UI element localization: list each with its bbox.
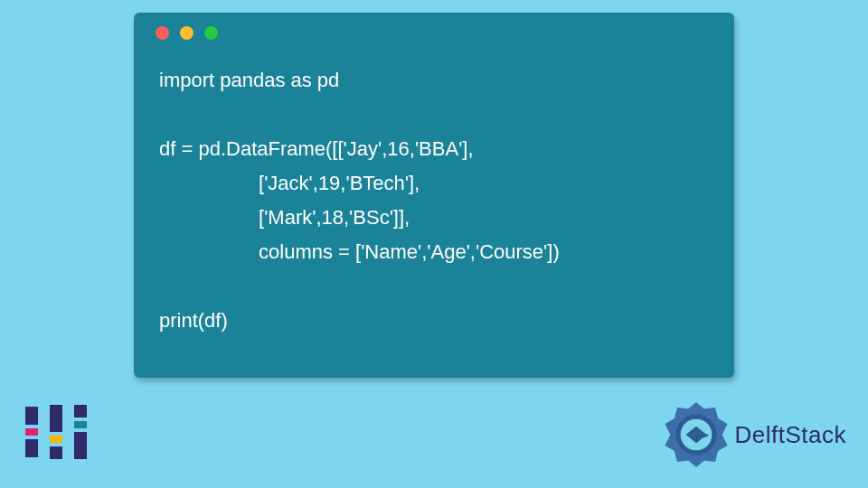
secondary-logo-icon	[25, 401, 87, 463]
code-line: print(df)	[159, 309, 228, 332]
close-icon[interactable]	[156, 26, 169, 40]
code-line: df = pd.DataFrame([['Jay',16,'BBA'],	[159, 137, 474, 160]
code-block: import pandas as pd df = pd.DataFrame([[…	[134, 52, 734, 338]
code-line: ['Jack',19,'BTech'],	[159, 172, 420, 194]
code-window: import pandas as pd df = pd.DataFrame([[…	[134, 13, 734, 378]
code-line: columns = ['Name','Age','Course'])	[159, 240, 560, 263]
svg-text:</>: </>	[691, 429, 708, 440]
code-line: import pandas as pd	[159, 69, 339, 91]
brand-name: DelftStack	[735, 421, 847, 449]
maximize-icon[interactable]	[204, 26, 218, 40]
code-line: ['Mark',18,'BSc']],	[159, 206, 410, 229]
minimize-icon[interactable]	[180, 26, 193, 40]
delftstack-emblem-icon: </>	[663, 401, 730, 468]
brand-logo: </> DelftStack	[663, 401, 847, 468]
window-titlebar	[134, 13, 734, 52]
